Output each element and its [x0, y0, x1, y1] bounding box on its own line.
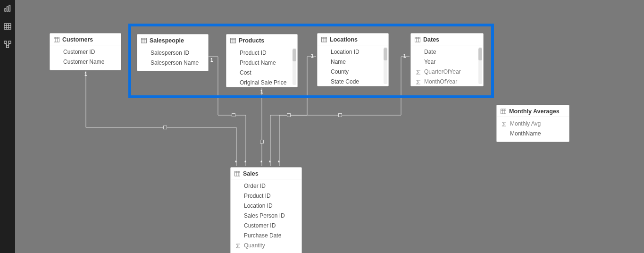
table-field-list: Customer IDCustomer Name — [50, 45, 121, 70]
field-label: QuarterOfYear — [424, 68, 461, 76]
field-label: State Code — [331, 78, 359, 86]
field[interactable]: County — [318, 67, 388, 77]
table-field-list: Location IDNameCountyState Code — [318, 45, 388, 86]
svg-rect-21 — [231, 38, 236, 43]
sigma-icon — [502, 121, 507, 127]
field-calculated[interactable]: Quantity — [231, 241, 301, 251]
svg-rect-0 — [5, 8, 6, 11]
field[interactable]: Name — [318, 57, 388, 67]
svg-rect-29 — [415, 37, 420, 42]
field[interactable]: Year — [411, 57, 483, 67]
field[interactable]: Original Sale Price — [226, 78, 297, 87]
table-sales[interactable]: SalesOrder IDProduct IDLocation IDSales … — [230, 167, 302, 253]
table-header[interactable]: Products — [226, 34, 297, 46]
field[interactable]: Location ID — [231, 201, 301, 211]
field[interactable]: Product Name — [226, 58, 297, 68]
table-monthly-averages[interactable]: Monthly AveragesMonthly AvgMonthName — [496, 105, 569, 142]
table-field-list: Order IDProduct IDLocation IDSales Perso… — [231, 179, 301, 253]
svg-rect-9 — [8, 41, 11, 43]
table-icon — [141, 38, 147, 43]
table-icon — [415, 37, 420, 42]
field-label: Location ID — [244, 202, 273, 210]
field-calculated[interactable]: MonthOfYear — [411, 77, 483, 86]
field-label: MonthName — [510, 130, 541, 138]
scrollbar[interactable] — [293, 48, 296, 85]
svg-rect-10 — [7, 45, 9, 48]
field[interactable]: Customer ID — [50, 47, 121, 57]
table-products[interactable]: ProductsProduct IDProduct NameCostOrigin… — [226, 34, 298, 87]
field[interactable]: Salesperson ID — [137, 48, 208, 58]
sigma-icon — [416, 79, 421, 85]
field-calculated[interactable]: Monthly Avg — [497, 119, 569, 129]
field-label: Product Name — [240, 59, 276, 67]
table-field-list: Product IDProduct NameCostOriginal Sale … — [226, 46, 297, 87]
field-label: Salesperson Name — [151, 59, 199, 67]
report-view-icon[interactable] — [4, 5, 11, 14]
svg-rect-25 — [322, 37, 327, 42]
table-salespeople[interactable]: SalespeopleSalesperson IDSalesperson Nam… — [137, 34, 209, 71]
field[interactable]: Order ID — [231, 181, 301, 191]
field-label: Purchase Date — [244, 232, 281, 240]
svg-rect-8 — [4, 41, 7, 43]
table-customers[interactable]: CustomersCustomer IDCustomer Name — [50, 33, 121, 70]
svg-rect-33 — [501, 109, 506, 114]
field[interactable]: Customer Name — [50, 57, 121, 67]
field-label: Location ID — [331, 48, 360, 56]
cardinality-many: * — [269, 160, 271, 165]
field-label: Quantity — [244, 242, 265, 250]
table-header[interactable]: Dates — [411, 34, 483, 45]
relationship-anchor — [232, 113, 235, 117]
table-title: Salespeople — [150, 37, 184, 44]
field[interactable]: Purchase Date — [231, 231, 301, 241]
sigma-icon — [416, 69, 421, 75]
field[interactable]: Sales Person ID — [231, 211, 301, 221]
table-header[interactable]: Sales — [231, 168, 301, 179]
scrollbar[interactable] — [384, 47, 387, 84]
table-header[interactable]: Locations — [318, 34, 388, 45]
field[interactable]: Customer ID — [231, 221, 301, 231]
field-label: Salesperson ID — [151, 49, 189, 57]
svg-rect-37 — [235, 171, 240, 176]
svg-rect-13 — [54, 37, 59, 42]
svg-rect-2 — [9, 5, 10, 11]
cardinality-many: * — [244, 160, 246, 165]
field-calculated[interactable]: QuarterOfYear — [411, 67, 483, 77]
table-icon — [321, 37, 327, 42]
sigma-icon — [235, 243, 241, 249]
table-title: Locations — [330, 36, 358, 43]
field-label: Sales Person ID — [244, 212, 285, 220]
field[interactable]: Location ID — [318, 47, 388, 57]
field[interactable]: Date — [411, 47, 483, 57]
field[interactable]: Salesperson Name — [137, 58, 208, 68]
table-icon — [234, 171, 240, 177]
table-icon — [501, 109, 506, 114]
table-header[interactable]: Customers — [50, 34, 121, 45]
table-field-list: Monthly AvgMonthName — [497, 117, 569, 142]
cardinality-many: * — [278, 160, 280, 165]
scrollbar[interactable] — [478, 47, 482, 84]
cardinality-one: 1 — [403, 53, 406, 59]
table-header[interactable]: Monthly Averages — [497, 105, 569, 117]
field-label: Year — [424, 58, 435, 66]
field-label: Customer Name — [63, 58, 104, 66]
table-title: Customers — [62, 36, 93, 43]
data-view-icon[interactable] — [4, 23, 11, 32]
field-label: Customer ID — [63, 48, 95, 56]
field[interactable]: MonthName — [497, 129, 569, 139]
table-icon — [230, 38, 236, 43]
field[interactable]: State Code — [318, 77, 388, 86]
field[interactable]: Product ID — [231, 191, 301, 201]
field-label: Order ID — [244, 182, 266, 190]
table-header[interactable]: Salespeople — [137, 34, 208, 46]
model-canvas[interactable]: 1 1 1 1 1 * * * * * CustomersCustomer ID… — [15, 0, 644, 253]
model-view-icon[interactable] — [4, 41, 11, 50]
field-label: Original Sale Price — [240, 79, 286, 87]
relationship-anchor — [338, 113, 342, 117]
table-dates[interactable]: DatesDateYearQuarterOfYearMonthOfYear — [410, 33, 484, 86]
field[interactable]: Cost — [226, 68, 297, 78]
table-title: Products — [239, 37, 264, 44]
table-title: Sales — [243, 170, 259, 177]
field[interactable]: Product ID — [226, 48, 297, 58]
field-label: Product ID — [244, 192, 271, 200]
table-locations[interactable]: LocationsLocation IDNameCountyState Code — [317, 33, 389, 86]
